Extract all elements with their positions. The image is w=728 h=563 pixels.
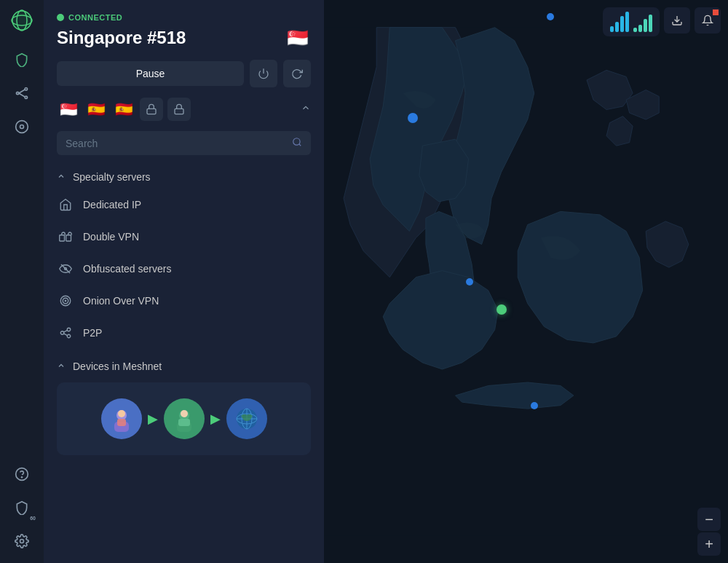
specialty-servers-label: Specialty servers [73,171,151,183]
svg-point-4 [17,92,19,94]
upload-bars [633,12,652,32]
server-list: Specialty servers Dedicated IP [44,162,324,563]
p2p-label: P2P [83,327,102,339]
app-logo [9,7,35,34]
map-area: − + [324,0,728,563]
upload-bar-4 [649,15,652,32]
obfuscated-item[interactable]: Obfuscated servers [44,253,324,285]
meshnet-arrow-2: ▶ [210,411,221,427]
svg-point-10 [20,125,24,129]
meshnet-label: Devices in Meshnet [73,361,162,372]
power-button[interactable] [250,60,277,87]
vpn-header: CONNECTED Singapore #518 🇸🇬 [44,0,324,60]
svg-line-8 [19,93,25,97]
zoom-out-button[interactable]: − [697,508,721,531]
recent-flags: 🇸🇬 🇪🇸 🇪🇸 [44,98,324,131]
meshnet-illustration: ▶ ▶ [57,382,311,455]
meshnet-section: Devices in Meshnet ▶ [44,349,324,465]
pause-button[interactable]: Pause [57,61,244,86]
map-dot-active [496,304,507,315]
download-bar-2 [615,22,619,32]
recent-flag-sg[interactable]: 🇸🇬 [57,98,80,121]
sidebar-item-meshnet[interactable] [7,79,36,108]
download-bar-1 [610,26,614,32]
sidebar-item-settings[interactable] [7,527,36,556]
meshnet-globe [226,398,267,439]
map-dot-1 [547,13,554,20]
zoom-in-button[interactable]: + [697,532,721,556]
onion-vpn-item[interactable]: Onion Over VPN [44,285,324,317]
map-svg [324,0,728,563]
svg-point-17 [293,138,300,145]
notifications-button[interactable] [695,7,721,34]
svg-point-27 [67,328,71,331]
svg-rect-19 [60,235,65,241]
svg-rect-20 [66,235,71,241]
double-vpn-label: Double VPN [83,231,139,243]
map-dot-5 [531,402,538,409]
download-bars [610,12,629,32]
svg-line-18 [299,144,301,146]
svg-line-29 [64,330,68,332]
upload-bar-2 [638,25,642,32]
search-icon [292,137,302,149]
double-vpn-item[interactable]: Double VPN [44,221,324,253]
specialty-chevron-icon [57,172,66,183]
map-dot-3 [466,278,473,286]
connected-label: CONNECTED [57,13,311,22]
svg-point-25 [65,300,66,302]
p2p-icon [57,324,74,342]
svg-rect-34 [117,419,126,426]
search-input[interactable] [66,138,286,149]
meshnet-header[interactable]: Devices in Meshnet [44,355,324,378]
svg-point-0 [12,10,32,31]
specialty-servers-section[interactable]: Specialty servers [44,165,324,189]
svg-point-26 [60,331,64,335]
meshnet-avatar-1 [101,398,142,439]
onion-icon [57,292,74,310]
dedicated-ip-item[interactable]: Dedicated IP [44,189,324,221]
obfuscated-label: Obfuscated servers [83,263,171,275]
svg-point-5 [25,88,27,90]
speed-indicator [603,7,660,36]
sidebar-item-vpn[interactable] [7,45,36,74]
main-panel: CONNECTED Singapore #518 🇸🇬 Pause 🇸🇬 🇪🇸 … [44,0,324,563]
connected-text: CONNECTED [68,13,122,22]
svg-point-37 [181,410,188,417]
upload-indicator [633,12,652,32]
server-name: Singapore #518 [57,28,186,48]
svg-point-28 [67,334,71,338]
lock-slot-1[interactable] [140,98,163,121]
svg-rect-15 [147,109,156,114]
download-indicator [610,12,629,32]
dedicated-ip-label: Dedicated IP [83,199,141,210]
recent-flag-es1[interactable]: 🇪🇸 [84,98,108,121]
shield-badge: 60 [30,516,36,521]
svg-point-6 [25,96,27,98]
server-flag: 🇸🇬 [285,25,311,51]
meshnet-avatar-2 [164,398,205,439]
svg-line-30 [64,334,68,336]
icon-sidebar: 60 [0,0,44,563]
sidebar-item-help[interactable] [7,460,36,489]
upload-bar-1 [633,28,637,32]
download-button[interactable] [664,7,690,34]
search-box [57,131,311,155]
sidebar-item-shield60[interactable]: 60 [7,493,36,522]
map-top-controls [603,7,721,36]
double-vpn-icon [57,228,74,245]
map-zoom-controls: − + [697,508,721,556]
svg-point-13 [20,540,24,543]
search-container [44,131,324,162]
p2p-item[interactable]: P2P [44,317,324,349]
onion-vpn-label: Onion Over VPN [83,295,159,307]
vpn-controls: Pause [44,60,324,98]
lock-slot-2[interactable] [167,98,191,121]
refresh-button[interactable] [283,60,311,87]
recent-flag-es2[interactable]: 🇪🇸 [112,98,135,121]
svg-rect-16 [175,109,183,114]
server-name-row: Singapore #518 🇸🇬 [57,25,311,51]
upload-bar-3 [644,19,647,32]
flags-collapse-button[interactable] [301,103,311,116]
sidebar-item-threat[interactable] [7,112,36,141]
